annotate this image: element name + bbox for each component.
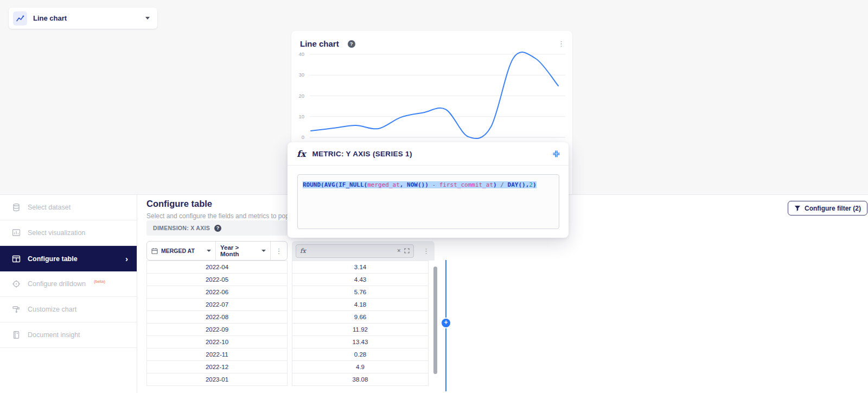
svg-text:40: 40	[298, 51, 304, 57]
page-title: Configure table	[146, 199, 212, 209]
metric-cell: 4.18	[292, 299, 429, 311]
dimension-cell: 2022-09	[146, 324, 288, 336]
chart-type-selector[interactable]: Line chart	[9, 8, 157, 29]
dimension-column-header: MERGED AT Year > Month ⋮	[146, 241, 288, 261]
chevron-down-icon	[207, 250, 211, 252]
sidebar-item-select-dataset[interactable]: Select dataset	[0, 195, 137, 220]
table-scrollbar[interactable]	[433, 267, 437, 374]
fx-icon: fx	[297, 149, 305, 159]
formula-input[interactable]: fx ✕	[296, 244, 414, 258]
document-icon	[12, 331, 21, 339]
metric-cell: 5.76	[292, 286, 429, 299]
calendar-icon	[151, 248, 158, 255]
dimension-cell: 2022-05	[146, 274, 288, 286]
metric-cell: 4.43	[292, 274, 429, 286]
formula-text: ROUND(AVG(IF_NULL(merged_at, NOW()) - fi…	[303, 181, 537, 188]
svg-text:10: 10	[298, 113, 304, 119]
database-icon	[12, 203, 21, 212]
paint-roller-icon	[12, 305, 21, 314]
help-icon[interactable]: ?	[214, 225, 221, 232]
sidebar-item-label: Configure drilldown	[28, 280, 86, 288]
chart-title: Line chart	[300, 39, 339, 48]
fx-placeholder: fx	[300, 247, 306, 255]
modal-title: METRIC: Y AXIS (SERIES 1)	[312, 150, 412, 158]
bar-chart-icon	[12, 229, 21, 237]
dimension-menu[interactable]: ⋮	[271, 242, 287, 260]
svg-text:0: 0	[302, 134, 304, 140]
sidebar-item-label: Select dataset	[28, 204, 71, 211]
metric-column-header: fx ✕ ⋮	[292, 241, 435, 261]
filter-button-label: Configure filter (2)	[805, 205, 861, 212]
metric-cell: 38.08	[292, 373, 429, 386]
sidebar: Select dataset Select visualization Conf…	[0, 195, 137, 393]
dimension-cell: 2022-07	[146, 299, 288, 311]
sidebar-item-configure-drilldown[interactable]: Configure drilldown (beta)	[0, 271, 137, 297]
granularity-label: Year > Month	[220, 244, 258, 257]
funnel-icon	[794, 205, 801, 212]
sidebar-item-label: Select visualization	[28, 229, 85, 237]
metric-cell: 4.9	[292, 361, 429, 373]
dimension-cell: 2022-10	[146, 336, 288, 348]
metric-formula-modal: fx METRIC: Y AXIS (SERIES 1) ROUND(AVG(I…	[288, 142, 569, 238]
dimension-field-select[interactable]: MERGED AT	[147, 242, 216, 260]
dimension-cell: 2023-01	[146, 373, 288, 386]
sidebar-item-document-insight[interactable]: Document insight	[0, 322, 137, 348]
dimension-table: 2022-042022-052022-062022-072022-082022-…	[146, 261, 288, 386]
kebab-menu-icon[interactable]: ⋮	[558, 40, 565, 47]
svg-text:30: 30	[298, 72, 304, 78]
sidebar-item-label: Configure table	[28, 255, 78, 263]
dimension-cell: 2022-06	[146, 286, 288, 299]
chart-type-label: Line chart	[33, 14, 67, 22]
metric-cell: 0.28	[292, 348, 429, 361]
chevron-right-icon: ›	[125, 254, 128, 263]
formula-editor[interactable]: ROUND(AVG(IF_NULL(merged_at, NOW()) - fi…	[297, 174, 559, 229]
sidebar-item-label: Document insight	[28, 331, 80, 339]
dimension-field-label: MERGED AT	[161, 248, 195, 254]
kebab-menu-icon: ⋮	[276, 248, 283, 255]
dimension-granularity-select[interactable]: Year > Month	[216, 242, 271, 260]
add-series-button[interactable]: +	[442, 319, 450, 327]
sidebar-item-label: Customize chart	[28, 306, 76, 313]
target-icon	[12, 280, 21, 288]
kebab-menu-icon[interactable]: ⋮	[423, 248, 430, 255]
dimension-cell: 2022-04	[146, 261, 288, 274]
dimension-section-header: DIMENSION: X AXIS ?	[146, 220, 288, 236]
svg-text:20: 20	[298, 93, 304, 99]
expand-icon[interactable]	[404, 248, 410, 253]
dimension-cell: 2022-11	[146, 348, 288, 361]
configure-filter-button[interactable]: Configure filter (2)	[788, 201, 867, 215]
sidebar-item-customize-chart[interactable]: Customize chart	[0, 297, 137, 322]
metric-cell: 9.66	[292, 311, 429, 324]
help-icon[interactable]: ?	[348, 40, 355, 48]
sidebar-item-select-visualization[interactable]: Select visualization	[0, 220, 137, 246]
dimension-label: DIMENSION: X AXIS	[153, 225, 210, 231]
line-chart-icon	[13, 11, 27, 26]
metric-cell: 13.43	[292, 336, 429, 348]
dimension-cell: 2022-08	[146, 311, 288, 324]
table-icon	[12, 255, 21, 263]
collapse-icon[interactable]	[552, 150, 560, 158]
sidebar-item-configure-table[interactable]: Configure table ›	[0, 246, 137, 271]
metric-cell: 3.14	[292, 261, 429, 274]
dimension-cell: 2022-12	[146, 361, 288, 373]
beta-badge: (beta)	[94, 279, 105, 284]
clear-icon[interactable]: ✕	[397, 248, 401, 253]
chevron-down-icon	[261, 250, 266, 252]
metric-table: 3.144.435.764.189.6611.9213.430.284.938.…	[292, 261, 429, 386]
chevron-down-icon	[145, 17, 150, 20]
metric-cell: 11.92	[292, 324, 429, 336]
